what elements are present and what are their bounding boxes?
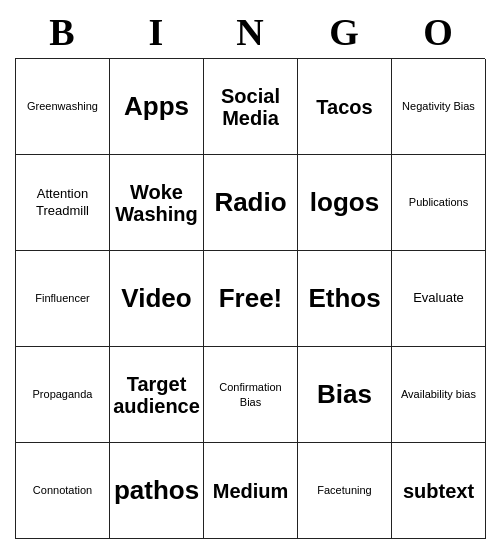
cell-text: Target audience: [113, 373, 200, 417]
bingo-cell: Free!: [204, 251, 298, 347]
letter-o: O: [391, 10, 485, 54]
bingo-cell: Confirmation Bias: [204, 347, 298, 443]
bingo-cell: pathos: [110, 443, 204, 539]
bingo-cell: subtext: [392, 443, 486, 539]
cell-text: Propaganda: [33, 387, 93, 401]
cell-text: logos: [310, 188, 379, 217]
bingo-cell: Propaganda: [16, 347, 110, 443]
cell-text: subtext: [403, 480, 474, 502]
bingo-cell: Medium: [204, 443, 298, 539]
cell-text: Publications: [409, 195, 468, 209]
letter-b: B: [15, 10, 109, 54]
bingo-cell: Ethos: [298, 251, 392, 347]
cell-text: Bias: [317, 380, 372, 409]
cell-text: Medium: [213, 480, 289, 502]
bingo-cell: Bias: [298, 347, 392, 443]
bingo-cell: Facetuning: [298, 443, 392, 539]
cell-text: Availability bias: [401, 387, 476, 401]
cell-text: Free!: [219, 284, 283, 313]
bingo-grid: GreenwashingAppsSocial MediaTacosNegativ…: [15, 58, 485, 539]
cell-text: Apps: [124, 92, 189, 121]
cell-text: Video: [121, 284, 191, 313]
bingo-title-row: B I N G O: [15, 10, 485, 54]
bingo-cell: Apps: [110, 59, 204, 155]
bingo-cell: Attention Treadmill: [16, 155, 110, 251]
cell-text: Finfluencer: [35, 291, 89, 305]
cell-text: Radio: [214, 188, 286, 217]
cell-text: Tacos: [316, 96, 372, 118]
bingo-cell: Video: [110, 251, 204, 347]
cell-text: Ethos: [308, 284, 380, 313]
bingo-cell: Availability bias: [392, 347, 486, 443]
cell-text: Facetuning: [317, 483, 371, 497]
cell-text: Attention Treadmill: [20, 186, 105, 220]
letter-n: N: [203, 10, 297, 54]
bingo-cell: Social Media: [204, 59, 298, 155]
bingo-cell: Radio: [204, 155, 298, 251]
cell-text: Evaluate: [413, 290, 464, 307]
bingo-cell: Connotation: [16, 443, 110, 539]
cell-text: Connotation: [33, 483, 92, 497]
bingo-cell: Finfluencer: [16, 251, 110, 347]
bingo-cell: Woke Washing: [110, 155, 204, 251]
bingo-cell: Tacos: [298, 59, 392, 155]
bingo-cell: Evaluate: [392, 251, 486, 347]
letter-i: I: [109, 10, 203, 54]
cell-text: Woke Washing: [114, 181, 199, 225]
bingo-cell: Greenwashing: [16, 59, 110, 155]
letter-g: G: [297, 10, 391, 54]
cell-text: Social Media: [208, 85, 293, 129]
cell-text: Greenwashing: [27, 99, 98, 113]
cell-text: pathos: [114, 476, 199, 505]
bingo-cell: Publications: [392, 155, 486, 251]
bingo-cell: logos: [298, 155, 392, 251]
bingo-cell: Negativity Bias: [392, 59, 486, 155]
bingo-cell: Target audience: [110, 347, 204, 443]
cell-text: Confirmation Bias: [208, 380, 293, 409]
cell-text: Negativity Bias: [402, 99, 475, 113]
